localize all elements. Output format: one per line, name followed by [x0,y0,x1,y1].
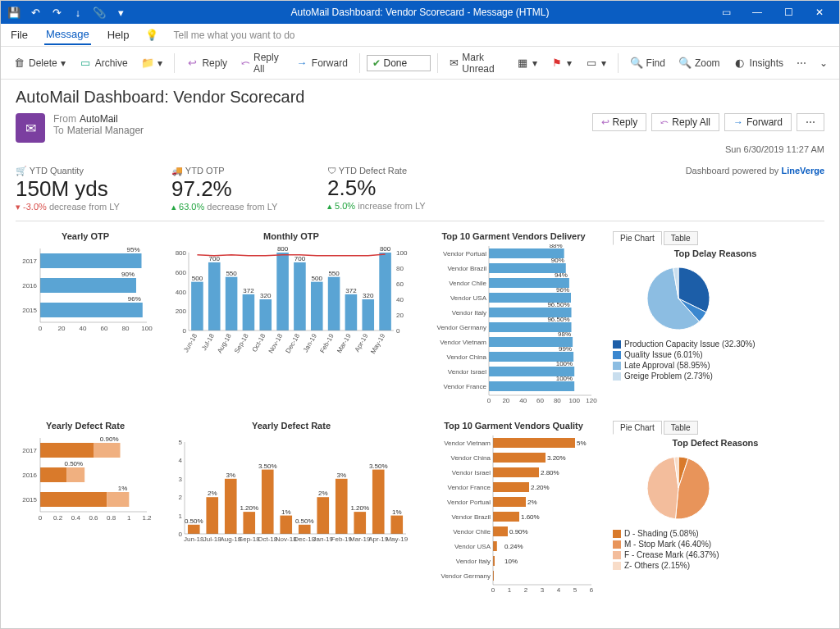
svg-text:2%: 2% [527,499,537,506]
zoom-button[interactable]: 🔍Zoom [673,53,725,73]
undo-icon[interactable]: ↶ [27,4,43,21]
hdr-forward-button[interactable]: →Forward [724,113,792,131]
svg-text:60: 60 [396,280,404,288]
tell-me-input[interactable]: Tell me what you want to do [173,30,294,41]
svg-rect-138 [225,479,237,534]
menu-file[interactable]: File [9,25,30,44]
ribbon-options-icon[interactable]: ▭ [711,2,741,22]
svg-text:2.20%: 2.20% [531,484,550,491]
svg-text:Vendor Chile: Vendor Chile [449,280,486,287]
svg-text:500: 500 [192,275,203,282]
svg-text:800: 800 [277,245,289,253]
find-button[interactable]: 🔍Find [625,53,670,73]
message-datetime: Sun 6/30/2019 11:27 AM [16,144,824,154]
insights-button[interactable]: ◐Insights [728,53,788,73]
reply-all-label: Reply All [253,52,282,75]
quick-step-done[interactable]: ✔Done [367,55,431,71]
qat-more-icon[interactable]: ▾ [112,4,129,21]
svg-text:96%: 96% [556,286,569,294]
svg-vendors-delivery: 88%Vendor Portual90%Vendor Brazil94%Vend… [427,244,600,408]
svg-rect-135 [206,497,218,534]
forward-icon: → [733,116,743,128]
svg-text:Nov-18: Nov-18 [267,332,285,354]
save-icon[interactable]: 💾 [6,4,22,21]
attach-icon[interactable]: 📎 [91,4,107,21]
svg-text:Vendor Italy: Vendor Italy [452,309,486,317]
svg-text:3.20%: 3.20% [547,454,566,462]
svg-text:Vendor Israel: Vendor Israel [452,469,491,476]
svg-text:40: 40 [80,325,87,332]
reply-all-icon: ⤺ [660,116,669,128]
chart-grid: Yearly OTP 95%201790%201696%201502040608… [16,231,824,600]
tab-pie[interactable]: Pie Chart [613,231,662,245]
svg-text:Dec-18: Dec-18 [284,332,301,354]
mark-unread-label: Mark Unread [462,52,503,75]
policy-button[interactable]: ▭▾ [580,53,611,73]
svg-rect-194 [493,556,495,566]
delete-button[interactable]: 🗑Delete ▾ [7,53,71,73]
move-button[interactable]: 📁▾ [136,53,167,73]
tab-pie[interactable]: Pie Chart [613,421,662,435]
svg-text:Vendor Germany: Vendor Germany [437,324,486,331]
svg-text:2%: 2% [208,490,217,497]
mark-unread-button[interactable]: ✉Mark Unread [445,48,508,78]
menu-help[interactable]: Help [106,25,131,44]
find-label: Find [646,57,665,69]
svg-rect-162 [372,470,385,534]
down-icon[interactable]: ↓ [70,4,86,21]
svg-text:0: 0 [179,531,183,538]
from-to-block: FromAutoMail ToMaterial Manager [53,113,144,136]
svg-defect-pie [613,451,801,525]
svg-rect-159 [354,512,366,534]
categorize-icon: ▦ [516,57,529,70]
hdr-more-button[interactable]: ⋯ [797,113,824,131]
svg-text:98%: 98% [558,330,571,338]
svg-text:Aug-18: Aug-18 [216,332,233,354]
svg-rect-113 [40,492,107,507]
collapse-ribbon-icon[interactable]: ⌄ [815,54,833,72]
message-body-area: AutoMail Dashboard: Vendor Scorecard Fro… [1,80,839,629]
svg-yearly-defect: 0.90%20170.50%20161%201500.20.40.60.811.… [16,434,155,532]
svg-vendors-quality: 5%Vendor Vietnam3.20%Vendor China2.80%Ve… [427,434,600,598]
svg-text:Sep-18: Sep-18 [239,536,260,543]
svg-text:2016: 2016 [22,472,37,479]
svg-rect-34 [226,277,238,330]
tab-table[interactable]: Table [664,231,698,245]
hdr-reply-button[interactable]: ↩Reply [592,113,647,131]
svg-rect-6 [40,303,143,317]
svg-text:1.2: 1.2 [142,514,152,522]
minimize-icon[interactable]: — [742,2,772,22]
svg-text:3.50%: 3.50% [369,463,388,470]
svg-rect-173 [493,453,546,463]
menu-message[interactable]: Message [44,25,91,45]
chart-title: Yearly Defect Rate [168,421,414,431]
svg-text:800: 800 [380,245,391,253]
redo-icon[interactable]: ↷ [48,4,65,21]
forward-button[interactable]: →Forward [290,53,353,73]
hdr-reply-all-button[interactable]: ⤺Reply All [651,113,719,131]
tab-table[interactable]: Table [664,421,698,435]
kpi-def-label: YTD Defect Rate [339,166,407,175]
close-icon[interactable]: ✕ [805,2,834,22]
svg-rect-114 [107,492,129,507]
reply-button[interactable]: ↩Reply [180,53,232,73]
svg-text:400: 400 [176,289,187,296]
svg-rect-46 [294,262,306,330]
svg-text:4: 4 [179,457,183,464]
separator [174,53,175,73]
svg-text:Vendor Israel: Vendor Israel [448,368,486,376]
to-label: To [53,125,64,136]
archive-button[interactable]: ▭Archive [74,53,133,73]
svg-text:80: 80 [396,265,404,272]
svg-rect-93 [489,381,574,391]
more-button[interactable]: ⋯ [792,54,811,72]
reply-all-button[interactable]: ⤺Reply All [235,48,287,78]
svg-text:Vendor France: Vendor France [448,484,491,491]
svg-text:0: 0 [487,397,491,404]
svg-rect-150 [299,525,311,534]
categorize-button[interactable]: ▦▾ [511,53,542,73]
reply-icon: ↩ [601,116,609,128]
maximize-icon[interactable]: ☐ [774,2,803,22]
flag-button[interactable]: ⚑▾ [546,53,577,73]
archive-icon: ▭ [79,57,92,70]
